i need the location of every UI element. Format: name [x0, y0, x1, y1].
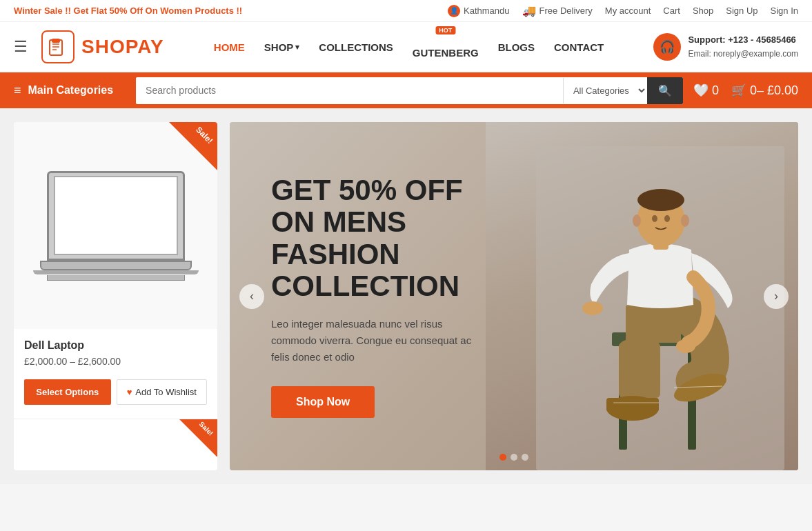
product-name: Dell Laptop: [24, 339, 207, 352]
svg-point-23: [633, 214, 641, 227]
nav-shop[interactable]: SHOP ▾: [264, 41, 300, 53]
search-input[interactable]: [136, 78, 563, 103]
svg-rect-1: [52, 39, 60, 43]
logo-text[interactable]: SHOPAY: [81, 36, 164, 58]
hero-content: GET 50% OFF ON MENS FASHION COLLECTION L…: [230, 174, 519, 418]
keyboard-area: [47, 275, 185, 281]
wishlist-count: 0: [712, 83, 719, 98]
product-info: Dell Laptop £2,000.00 – £2,600.00: [14, 329, 217, 374]
laptop-screen: [54, 176, 178, 255]
signup-link[interactable]: Sign Up: [726, 6, 757, 16]
sale-prefix: Winter Sale !! Get Flat: [14, 6, 110, 16]
add-to-wishlist-button[interactable]: ♥ Add To Wishlist: [117, 379, 207, 405]
main-categories-label[interactable]: ≡ Main Categories: [14, 83, 126, 98]
sale-suffix: On Women Products !!: [143, 6, 242, 16]
logo-area: ☰ SHOPAY: [14, 30, 164, 63]
cart-total: £0.00: [767, 83, 798, 98]
heart-icon-btn: ♥: [127, 387, 132, 397]
product-image-area: Sale!: [14, 122, 217, 329]
wishlist-label: Add To Wishlist: [135, 387, 197, 397]
truck-icon: 🚚: [522, 4, 536, 17]
search-button[interactable]: 🔍: [647, 77, 683, 104]
hero-title: GET 50% OFF ON MENS FASHION COLLECTION: [271, 174, 478, 302]
cart-count: 0–: [750, 83, 764, 98]
delivery-info: 🚚 Free Delivery: [522, 4, 593, 17]
slider-arrow-left[interactable]: ‹: [239, 284, 264, 309]
hero-description: Leo integer malesuada nunc vel risus com…: [271, 316, 478, 365]
menu-lines-icon: ≡: [14, 83, 21, 98]
nav-home[interactable]: HOME: [214, 41, 245, 53]
svg-point-20: [637, 189, 684, 211]
product-card-2-peek: Sale!: [14, 419, 217, 457]
svg-point-22: [664, 215, 670, 222]
logo-icon: [41, 30, 75, 63]
location-info: 👤 Kathmandu: [448, 5, 510, 17]
svg-point-24: [681, 214, 689, 227]
chevron-down-icon: ▾: [295, 43, 299, 52]
nav-collections[interactable]: COLLECTIONS: [319, 41, 393, 53]
my-account-link[interactable]: My account: [605, 6, 651, 16]
cart-link[interactable]: Cart: [663, 6, 680, 16]
location-icon: 👤: [448, 5, 460, 17]
support-email: Email: noreply@example.com: [688, 49, 798, 59]
sale-corner: [169, 122, 217, 170]
man-svg: [522, 139, 798, 470]
support-text: Support: +123 - 45685466 Email: noreply@…: [688, 33, 798, 61]
slider-dots: [499, 454, 528, 461]
shop-link-top[interactable]: Shop: [693, 6, 713, 16]
laptop-screen-body: [47, 171, 185, 261]
hamburger-icon[interactable]: ☰: [14, 38, 28, 56]
header: ☰ SHOPAY HOME SHOP ▾ COLLECTIONS HOT GUT…: [0, 22, 812, 72]
location-label: Kathmandu: [464, 6, 510, 16]
nav-blogs[interactable]: BLOGS: [498, 41, 535, 53]
laptop-illustration: [33, 171, 199, 281]
slider-dot-1[interactable]: [499, 454, 506, 461]
delivery-label: Free Delivery: [539, 6, 593, 16]
support-phone: Support: +123 - 45685466: [688, 34, 795, 45]
search-bar: All Categories Electronics Fashion Home …: [136, 77, 683, 104]
cart-area[interactable]: 🛒 0– £0.00: [731, 83, 798, 98]
product-actions: Select Options ♥ Add To Wishlist: [14, 374, 217, 405]
svg-rect-14: [606, 398, 659, 412]
category-bar: ≡ Main Categories All Categories Electro…: [0, 72, 812, 108]
heart-icon: 🤍: [693, 83, 709, 98]
svg-point-21: [652, 215, 657, 222]
nav-contact[interactable]: CONTACT: [554, 41, 604, 53]
slider-dot-3[interactable]: [522, 454, 528, 461]
svg-point-16: [582, 301, 603, 315]
category-bar-label: Main Categories: [28, 84, 114, 97]
category-select[interactable]: All Categories Electronics Fashion Home …: [563, 78, 647, 103]
product-card-laptop: Sale! Dell Laptop £2,000.00 – £2,600.00 …: [14, 122, 217, 470]
sale-percent: 50% Off: [110, 6, 143, 16]
chevron-right-icon: ›: [774, 289, 778, 303]
header-actions: 🤍 0 🛒 0– £0.00: [693, 83, 798, 98]
top-bar-links: 👤 Kathmandu 🚚 Free Delivery My account C…: [448, 4, 798, 17]
nav-gutenberg[interactable]: HOT GUTENBERG: [413, 36, 479, 59]
hero-image: [486, 122, 798, 470]
slider-dot-2[interactable]: [511, 454, 517, 461]
laptop-base: [40, 261, 192, 270]
chevron-left-icon: ‹: [250, 289, 254, 303]
laptop-bottom: [33, 270, 199, 274]
svg-rect-12: [619, 343, 660, 398]
slider-arrow-right[interactable]: ›: [764, 284, 789, 309]
headphone-icon: 🎧: [653, 33, 681, 61]
shop-now-button[interactable]: Shop Now: [271, 386, 375, 418]
top-bar: Winter Sale !! Get Flat 50% Off On Women…: [0, 0, 812, 22]
support-area: 🎧 Support: +123 - 45685466 Email: norepl…: [653, 33, 798, 61]
hero-slider: GET 50% OFF ON MENS FASHION COLLECTION L…: [230, 122, 798, 470]
signin-link[interactable]: Sign In: [771, 6, 798, 16]
wishlist-area[interactable]: 🤍 0: [693, 83, 719, 98]
svg-point-17: [676, 339, 695, 353]
cart-icon: 🛒: [731, 83, 746, 98]
main-content: Sale! Dell Laptop £2,000.00 – £2,600.00 …: [0, 108, 812, 484]
sale-announcement: Winter Sale !! Get Flat 50% Off On Women…: [14, 6, 242, 16]
product-price: £2,000.00 – £2,600.00: [24, 356, 207, 367]
main-nav: HOME SHOP ▾ COLLECTIONS HOT GUTENBERG BL…: [214, 36, 604, 59]
select-options-button[interactable]: Select Options: [24, 379, 111, 405]
hot-badge: HOT: [435, 26, 455, 34]
